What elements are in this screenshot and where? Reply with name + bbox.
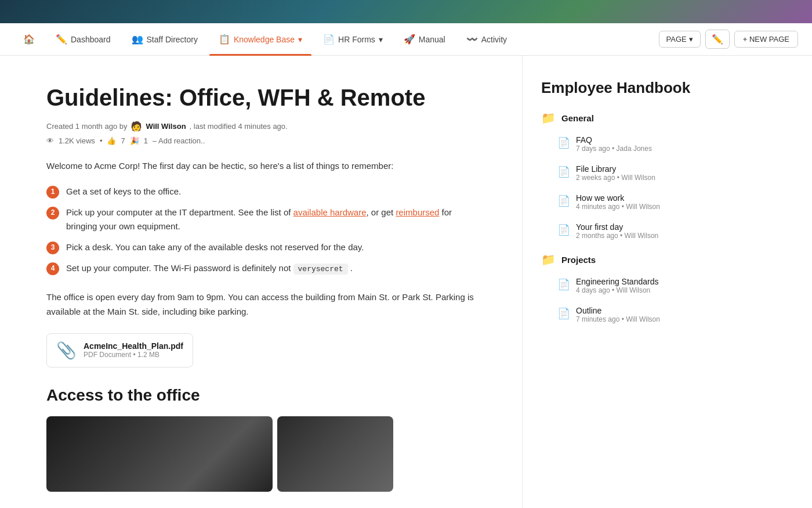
sidebar-section-projects: 📁 Projects 📄 Engineering Standards 4 day… <box>541 253 701 327</box>
sidebar-item-engineering-standards[interactable]: 📄 Engineering Standards 4 days ago • Wil… <box>541 273 701 298</box>
page-button[interactable]: PAGE ▾ <box>659 31 701 48</box>
manual-icon: 🚀 <box>404 34 415 45</box>
knowledge-base-icon: 📋 <box>219 34 230 45</box>
meta-row: Created 1 month ago by 🧑 Will Wilson , l… <box>46 121 485 132</box>
header-banner <box>0 0 812 23</box>
ordered-list: 1 Get a set of keys to the office. 2 Pic… <box>46 185 485 276</box>
nav-right: PAGE ▾ ✏️ + NEW PAGE <box>659 30 798 49</box>
file-info: AcmeInc_Health_Plan.pdf PDF Document • 1… <box>84 341 183 359</box>
sidebar-item-meta-file-library: 2 weeks ago • Will Wilson <box>576 174 655 182</box>
list-item: 1 Get a set of keys to the office. <box>46 185 485 199</box>
list-item: 4 Set up your computer. The Wi-Fi passwo… <box>46 261 485 276</box>
party-count: 1 <box>144 136 148 145</box>
sidebar-item-name-your-first-day: Your first day <box>576 222 658 232</box>
folder-icon-general: 📁 <box>541 111 556 125</box>
views-icon: 👁 <box>46 136 54 145</box>
list-text-1: Get a set of keys to the office. <box>66 185 181 199</box>
file-attachment[interactable]: 📎 AcmeInc_Health_Plan.pdf PDF Document •… <box>46 333 193 368</box>
thumbs-up-count: 7 <box>121 136 125 145</box>
list-text-3: Pick a desk. You can take any of the ava… <box>66 240 364 254</box>
views-count: 1.2K views <box>59 136 95 145</box>
sidebar-folder-projects[interactable]: 📁 Projects <box>541 253 701 266</box>
hr-forms-icon: 📄 <box>323 34 335 45</box>
home-icon: 🏠 <box>23 34 35 45</box>
sidebar-item-faq[interactable]: 📄 FAQ 7 days ago • Jada Jones <box>541 132 701 156</box>
sidebar-item-name-faq: FAQ <box>576 135 652 145</box>
doc-icon-faq: 📄 <box>557 136 570 149</box>
sidebar-item-your-first-day[interactable]: 📄 Your first day 2 months ago • Will Wil… <box>541 219 701 243</box>
page-title: Guidelines: Office, WFH & Remote <box>46 84 485 111</box>
thumbs-up-reaction[interactable]: 👍 <box>107 136 116 145</box>
sidebar-item-how-we-work[interactable]: 📄 How we work 4 minutes ago • Will Wilso… <box>541 190 701 214</box>
list-num-4: 4 <box>46 262 59 275</box>
folder-label-general: General <box>561 113 594 123</box>
nav-hr-forms-label: HR Forms <box>338 35 375 44</box>
body-text: The office is open every day from 9am to… <box>46 290 485 319</box>
edit-button[interactable]: ✏️ <box>705 30 730 49</box>
list-text-2: Pick up your computer at the IT departme… <box>66 206 485 233</box>
wifi-password-code: verysecret <box>293 264 348 275</box>
sidebar-item-name-how-we-work: How we work <box>576 193 660 203</box>
nav-manual-label: Manual <box>419 35 445 44</box>
intro-text: Welcome to Acme Corp! The first day can … <box>46 159 485 173</box>
office-image-1 <box>46 416 273 492</box>
sidebar-item-meta-how-we-work: 4 minutes ago • Will Wilson <box>576 203 660 211</box>
sidebar-folder-general[interactable]: 📁 General <box>541 111 701 125</box>
activity-icon: 〰️ <box>466 34 478 45</box>
new-page-button[interactable]: + NEW PAGE <box>734 31 798 48</box>
nav-staff-directory-label: Staff Directory <box>147 35 198 44</box>
nav-staff-directory[interactable]: 👥 Staff Directory <box>122 23 207 55</box>
sidebar-title: Employee Handbook <box>541 79 701 97</box>
sidebar-item-name-engineering-standards: Engineering Standards <box>576 277 658 286</box>
add-reaction[interactable]: – Add reaction.. <box>153 136 205 145</box>
navigation: 🏠 ✏️ Dashboard 👥 Staff Directory 📋 Knowl… <box>0 23 812 56</box>
party-reaction[interactable]: 🎉 <box>130 136 139 145</box>
meta-author: Will Wilson <box>146 122 186 131</box>
image-strip <box>46 416 485 492</box>
sidebar: Employee Handbook 📁 General 📄 FAQ 7 days… <box>522 56 719 508</box>
meta-modified: , last modified 4 minutes ago. <box>190 122 288 131</box>
nav-activity-label: Activity <box>481 35 507 44</box>
sidebar-item-outline[interactable]: 📄 Outline 7 minutes ago • Will Wilson <box>541 302 701 327</box>
file-icon: 📎 <box>56 341 77 360</box>
sidebar-item-meta-your-first-day: 2 months ago • Will Wilson <box>576 232 658 240</box>
sidebar-item-meta-faq: 7 days ago • Jada Jones <box>576 145 652 153</box>
sidebar-item-file-library[interactable]: 📄 File Library 2 weeks ago • Will Wilson <box>541 161 701 185</box>
available-hardware-link[interactable]: available hardware <box>293 207 367 217</box>
nav-home[interactable]: 🏠 <box>14 23 44 55</box>
nav-manual[interactable]: 🚀 Manual <box>394 23 455 55</box>
list-num-2: 2 <box>46 207 59 219</box>
folder-icon-projects: 📁 <box>541 253 556 266</box>
page-button-label: PAGE <box>666 35 687 44</box>
list-text-4: Set up your computer. The Wi-Fi password… <box>66 261 353 276</box>
section2-title: Access to the office <box>46 386 485 405</box>
doc-icon-how-we-work: 📄 <box>557 194 570 207</box>
avatar: 🧑 <box>130 121 142 132</box>
list-item: 3 Pick a desk. You can take any of the a… <box>46 240 485 254</box>
doc-icon-outline: 📄 <box>557 307 570 320</box>
nav-activity[interactable]: 〰️ Activity <box>457 23 516 55</box>
nav-hr-forms[interactable]: 📄 HR Forms ▾ <box>314 23 392 55</box>
dot-separator: • <box>100 136 103 145</box>
reimbursed-link[interactable]: reimbursed <box>396 207 439 217</box>
file-meta: PDF Document • 1.2 MB <box>84 351 183 359</box>
doc-icon-file-library: 📄 <box>557 165 570 178</box>
office-image-2 <box>277 416 393 492</box>
sidebar-section-general: 📁 General 📄 FAQ 7 days ago • Jada Jones … <box>541 111 701 243</box>
list-num-3: 3 <box>46 242 59 254</box>
nav-left: 🏠 ✏️ Dashboard 👥 Staff Directory 📋 Knowl… <box>14 23 659 55</box>
hr-forms-dropdown-icon: ▾ <box>379 35 383 44</box>
nav-knowledge-base[interactable]: 📋 Knowledge Base ▾ <box>209 23 311 55</box>
nav-dashboard[interactable]: ✏️ Dashboard <box>46 23 120 55</box>
sidebar-item-name-file-library: File Library <box>576 164 655 174</box>
knowledge-base-dropdown-icon: ▾ <box>298 35 302 44</box>
nav-knowledge-base-label: Knowledge Base <box>234 35 295 44</box>
list-item: 2 Pick up your computer at the IT depart… <box>46 206 485 233</box>
dashboard-icon: ✏️ <box>56 34 67 45</box>
main-layout: Guidelines: Office, WFH & Remote Created… <box>0 56 812 508</box>
sidebar-item-meta-engineering-standards: 4 days ago • Will Wilson <box>576 286 658 294</box>
sidebar-item-name-outline: Outline <box>576 306 660 315</box>
doc-icon-your-first-day: 📄 <box>557 224 570 236</box>
sidebar-item-meta-outline: 7 minutes ago • Will Wilson <box>576 315 660 323</box>
meta-created: Created 1 month ago by <box>46 122 127 131</box>
